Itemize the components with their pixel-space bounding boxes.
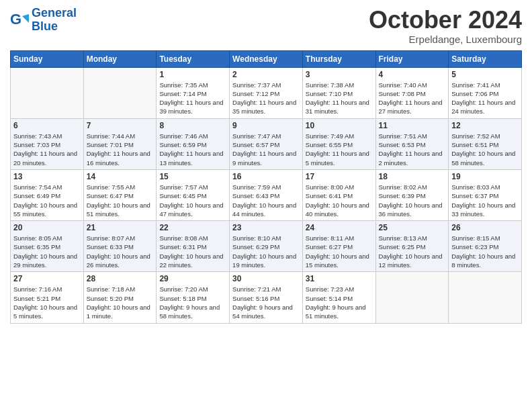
day-info: Sunrise: 8:02 AMSunset: 6:39 PMDaylight:… <box>379 183 446 218</box>
day-number: 6 <box>13 121 81 130</box>
day-number: 10 <box>306 121 373 130</box>
calendar-cell: 20Sunrise: 8:05 AMSunset: 6:35 PMDayligh… <box>11 221 84 272</box>
calendar-cell <box>375 272 449 323</box>
day-info: Sunrise: 7:57 AMSunset: 6:45 PMDaylight:… <box>159 183 226 218</box>
main-title: October 2024 <box>369 7 522 34</box>
calendar-cell: 11Sunrise: 7:51 AMSunset: 6:53 PMDayligh… <box>375 118 449 169</box>
calendar-cell <box>449 272 522 323</box>
calendar-header-wednesday: Wednesday <box>230 50 303 67</box>
day-number: 19 <box>451 172 519 181</box>
calendar-cell: 23Sunrise: 8:10 AMSunset: 6:29 PMDayligh… <box>230 221 303 272</box>
calendar-week-row: 20Sunrise: 8:05 AMSunset: 6:35 PMDayligh… <box>11 221 522 272</box>
day-number: 22 <box>159 223 226 232</box>
day-info: Sunrise: 8:07 AMSunset: 6:33 PMDaylight:… <box>87 234 154 269</box>
calendar-cell: 22Sunrise: 8:08 AMSunset: 6:31 PMDayligh… <box>157 221 230 272</box>
calendar-header-thursday: Thursday <box>302 50 375 67</box>
day-info: Sunrise: 7:44 AMSunset: 7:01 PMDaylight:… <box>87 132 154 167</box>
day-number: 13 <box>13 172 81 181</box>
calendar-header-monday: Monday <box>83 50 157 67</box>
calendar-cell: 7Sunrise: 7:44 AMSunset: 7:01 PMDaylight… <box>83 118 157 169</box>
calendar-cell: 13Sunrise: 7:54 AMSunset: 6:49 PMDayligh… <box>11 169 84 220</box>
calendar-cell <box>83 67 157 118</box>
title-block: October 2024 Erpeldange, Luxembourg <box>369 7 522 45</box>
day-number: 8 <box>159 121 226 130</box>
day-number: 15 <box>159 172 226 181</box>
calendar-cell: 6Sunrise: 7:43 AMSunset: 7:03 PMDaylight… <box>11 118 84 169</box>
day-info: Sunrise: 8:11 AMSunset: 6:27 PMDaylight:… <box>306 234 373 269</box>
day-info: Sunrise: 7:38 AMSunset: 7:10 PMDaylight:… <box>306 81 373 116</box>
day-info: Sunrise: 8:15 AMSunset: 6:23 PMDaylight:… <box>451 234 519 269</box>
day-number: 17 <box>306 172 373 181</box>
calendar-cell: 17Sunrise: 8:00 AMSunset: 6:41 PMDayligh… <box>302 169 375 220</box>
day-number: 7 <box>87 121 154 130</box>
calendar-week-row: 6Sunrise: 7:43 AMSunset: 7:03 PMDaylight… <box>11 118 522 169</box>
day-info: Sunrise: 7:16 AMSunset: 5:21 PMDaylight:… <box>13 285 81 320</box>
calendar-cell: 5Sunrise: 7:41 AMSunset: 7:06 PMDaylight… <box>449 67 522 118</box>
calendar-header-friday: Friday <box>375 50 449 67</box>
day-number: 25 <box>379 223 446 232</box>
day-info: Sunrise: 7:41 AMSunset: 7:06 PMDaylight:… <box>451 81 519 116</box>
day-number: 12 <box>451 121 519 130</box>
day-number: 18 <box>379 172 446 181</box>
day-info: Sunrise: 7:40 AMSunset: 7:08 PMDaylight:… <box>379 81 446 116</box>
calendar-cell: 19Sunrise: 8:03 AMSunset: 6:37 PMDayligh… <box>449 169 522 220</box>
day-number: 3 <box>306 70 373 79</box>
svg-marker-1 <box>22 14 29 23</box>
calendar-cell: 24Sunrise: 8:11 AMSunset: 6:27 PMDayligh… <box>302 221 375 272</box>
day-info: Sunrise: 7:18 AMSunset: 5:20 PMDaylight:… <box>87 285 154 320</box>
day-info: Sunrise: 8:13 AMSunset: 6:25 PMDaylight:… <box>379 234 446 269</box>
day-number: 30 <box>232 274 300 283</box>
calendar-cell: 27Sunrise: 7:16 AMSunset: 5:21 PMDayligh… <box>11 272 84 323</box>
day-info: Sunrise: 7:23 AMSunset: 5:14 PMDaylight:… <box>306 285 373 320</box>
calendar-header-tuesday: Tuesday <box>157 50 230 67</box>
day-number: 24 <box>306 223 373 232</box>
day-number: 11 <box>379 121 446 130</box>
subtitle: Erpeldange, Luxembourg <box>369 34 522 45</box>
calendar-week-row: 27Sunrise: 7:16 AMSunset: 5:21 PMDayligh… <box>11 272 522 323</box>
calendar-header-sunday: Sunday <box>11 50 84 67</box>
day-info: Sunrise: 7:47 AMSunset: 6:57 PMDaylight:… <box>232 132 300 167</box>
svg-text:G: G <box>10 11 21 28</box>
day-info: Sunrise: 7:46 AMSunset: 6:59 PMDaylight:… <box>159 132 226 167</box>
day-number: 28 <box>87 274 154 283</box>
day-number: 29 <box>159 274 226 283</box>
day-info: Sunrise: 8:00 AMSunset: 6:41 PMDaylight:… <box>306 183 373 218</box>
day-info: Sunrise: 7:55 AMSunset: 6:47 PMDaylight:… <box>87 183 154 218</box>
calendar-cell: 2Sunrise: 7:37 AMSunset: 7:12 PMDaylight… <box>230 67 303 118</box>
day-number: 9 <box>232 121 300 130</box>
calendar-cell: 15Sunrise: 7:57 AMSunset: 6:45 PMDayligh… <box>157 169 230 220</box>
day-info: Sunrise: 8:10 AMSunset: 6:29 PMDaylight:… <box>232 234 300 269</box>
day-number: 4 <box>379 70 446 79</box>
calendar-cell: 8Sunrise: 7:46 AMSunset: 6:59 PMDaylight… <box>157 118 230 169</box>
calendar-cell: 26Sunrise: 8:15 AMSunset: 6:23 PMDayligh… <box>449 221 522 272</box>
day-info: Sunrise: 7:35 AMSunset: 7:14 PMDaylight:… <box>159 81 226 116</box>
day-number: 1 <box>159 70 226 79</box>
calendar-week-row: 1Sunrise: 7:35 AMSunset: 7:14 PMDaylight… <box>11 67 522 118</box>
calendar-cell <box>11 67 84 118</box>
calendar-header-row: SundayMondayTuesdayWednesdayThursdayFrid… <box>11 50 522 67</box>
page: G General Blue October 2024 Erpeldange, … <box>0 0 532 411</box>
day-info: Sunrise: 7:20 AMSunset: 5:18 PMDaylight:… <box>159 285 226 320</box>
calendar-header-saturday: Saturday <box>449 50 522 67</box>
day-info: Sunrise: 7:54 AMSunset: 6:49 PMDaylight:… <box>13 183 81 218</box>
day-info: Sunrise: 8:05 AMSunset: 6:35 PMDaylight:… <box>13 234 81 269</box>
calendar-cell: 4Sunrise: 7:40 AMSunset: 7:08 PMDaylight… <box>375 67 449 118</box>
day-info: Sunrise: 7:49 AMSunset: 6:55 PMDaylight:… <box>306 132 373 167</box>
day-info: Sunrise: 7:21 AMSunset: 5:16 PMDaylight:… <box>232 285 300 320</box>
header: G General Blue October 2024 Erpeldange, … <box>10 7 522 45</box>
calendar-cell: 9Sunrise: 7:47 AMSunset: 6:57 PMDaylight… <box>230 118 303 169</box>
day-info: Sunrise: 8:03 AMSunset: 6:37 PMDaylight:… <box>451 183 519 218</box>
calendar-cell: 25Sunrise: 8:13 AMSunset: 6:25 PMDayligh… <box>375 221 449 272</box>
day-number: 14 <box>87 172 154 181</box>
calendar-cell: 29Sunrise: 7:20 AMSunset: 5:18 PMDayligh… <box>157 272 230 323</box>
calendar-cell: 18Sunrise: 8:02 AMSunset: 6:39 PMDayligh… <box>375 169 449 220</box>
day-info: Sunrise: 8:08 AMSunset: 6:31 PMDaylight:… <box>159 234 226 269</box>
calendar-cell: 21Sunrise: 8:07 AMSunset: 6:33 PMDayligh… <box>83 221 157 272</box>
calendar-table: SundayMondayTuesdayWednesdayThursdayFrid… <box>10 50 522 324</box>
day-number: 21 <box>87 223 154 232</box>
logo: G General Blue <box>10 7 77 34</box>
calendar-cell: 10Sunrise: 7:49 AMSunset: 6:55 PMDayligh… <box>302 118 375 169</box>
logo-text: General Blue <box>32 7 77 34</box>
day-number: 27 <box>13 274 81 283</box>
calendar-cell: 1Sunrise: 7:35 AMSunset: 7:14 PMDaylight… <box>157 67 230 118</box>
